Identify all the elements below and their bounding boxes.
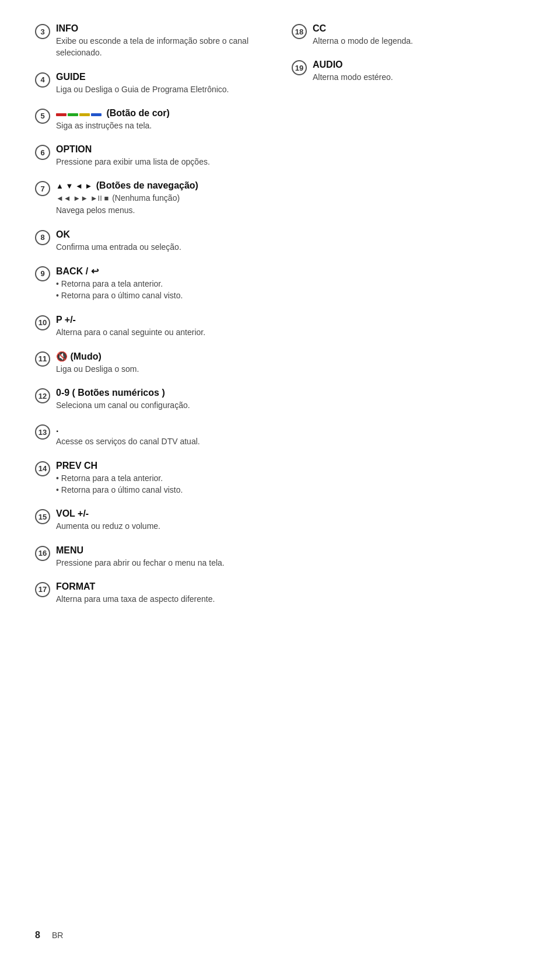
- item-title-12: 0-9 ( Botões numéricos ): [56, 388, 268, 398]
- item-number-19: 19: [292, 60, 307, 75]
- item-content-15: VOL +/- Aumenta ou reduz o volume.: [56, 508, 268, 532]
- item-desc-6: Pressione para exibir uma lista de opçõe…: [56, 156, 268, 168]
- item-title-8: OK: [56, 229, 268, 240]
- item-content-6: OPTION Pressione para exibir uma lista d…: [56, 144, 268, 168]
- item-12: 12 0-9 ( Botões numéricos ) Seleciona um…: [35, 388, 268, 411]
- item-desc-16: Pressione para abrir ou fechar o menu na…: [56, 557, 268, 569]
- item-title-11: 🔇 (Mudo): [56, 351, 268, 362]
- item-10: 10 P +/- Alterna para o canal seguinte o…: [35, 315, 268, 338]
- item-number-4: 4: [35, 72, 50, 88]
- item-19: 19 AUDIO Alterna modo estéreo.: [292, 60, 525, 83]
- item-desc-7: ◄◄ ►► ►II ■ (Nenhuma função)Navega pelos…: [56, 192, 268, 216]
- item-title-5-text: (Botão de cor): [106, 108, 169, 118]
- item-title-6: OPTION: [56, 144, 268, 155]
- item-content-9: BACK / ↩ Retorna para a tela anterior. R…: [56, 266, 268, 302]
- item-desc-4: Liga ou Desliga o Guia de Programa Eletr…: [56, 83, 268, 95]
- item-8: 8 OK Confirma uma entrada ou seleção.: [35, 229, 268, 253]
- item-content-8: OK Confirma uma entrada ou seleção.: [56, 229, 268, 253]
- item-13: 13 . Acesse os serviços do canal DTV atu…: [35, 424, 268, 447]
- item-title-13: .: [56, 424, 268, 434]
- item-desc-3: Exibe ou esconde a tela de informação so…: [56, 35, 268, 59]
- item-6: 6 OPTION Pressione para exibir uma lista…: [35, 144, 268, 168]
- item-14-list-item-2: Retorna para o último canal visto.: [56, 484, 268, 496]
- item-15: 15 VOL +/- Aumenta ou reduz o volume.: [35, 508, 268, 532]
- item-desc-12: Seleciona um canal ou configuração.: [56, 399, 268, 411]
- item-number-3: 3: [35, 24, 50, 39]
- item-desc-17: Alterna para uma taxa de aspecto diferen…: [56, 593, 268, 605]
- footer-language: BR: [52, 931, 63, 940]
- item-content-14: PREV CH Retorna para a tela anterior. Re…: [56, 461, 268, 496]
- item-14-list: Retorna para a tela anterior. Retorna pa…: [56, 472, 268, 496]
- item-desc-9: Retorna para a tela anterior. Retorna pa…: [56, 278, 268, 302]
- item-16: 16 MENU Pressione para abrir ou fechar o…: [35, 545, 268, 569]
- item-number-7: 7: [35, 181, 50, 196]
- right-column: 18 CC Alterna o modo de legenda. 19 AUDI…: [292, 23, 525, 618]
- bar-blue: [91, 113, 102, 116]
- color-bars-icon: [56, 113, 102, 116]
- item-title-7: ▲ ▼ ◄ ► (Botões de navegação): [56, 180, 268, 191]
- item-title-18: CC: [313, 23, 525, 34]
- item-3: 3 INFO Exibe ou esconde a tela de inform…: [35, 23, 268, 59]
- item-number-13: 13: [35, 424, 50, 440]
- item-content-3: INFO Exibe ou esconde a tela de informaç…: [56, 23, 268, 59]
- bar-green: [68, 113, 78, 116]
- item-content-19: AUDIO Alterna modo estéreo.: [313, 60, 525, 83]
- item-14: 14 PREV CH Retorna para a tela anterior.…: [35, 461, 268, 496]
- nav-arrows-icon: ▲ ▼ ◄ ►: [56, 182, 92, 190]
- item-number-16: 16: [35, 546, 50, 561]
- item-desc-8: Confirma uma entrada ou seleção.: [56, 241, 268, 253]
- item-title-17: FORMAT: [56, 581, 268, 592]
- item-content-12: 0-9 ( Botões numéricos ) Seleciona um ca…: [56, 388, 268, 411]
- item-title-4: GUIDE: [56, 72, 268, 82]
- item-number-18: 18: [292, 24, 307, 39]
- item-9-list-item-1: Retorna para a tela anterior.: [56, 278, 268, 290]
- item-number-8: 8: [35, 230, 50, 245]
- item-9-list-item-2: Retorna para o último canal visto.: [56, 290, 268, 301]
- item-desc-13: Acesse os serviços do canal DTV atual.: [56, 436, 268, 447]
- item-content-16: MENU Pressione para abrir ou fechar o me…: [56, 545, 268, 569]
- item-title-7-text: (Botões de navegação): [96, 180, 198, 190]
- item-number-5: 5: [35, 109, 50, 124]
- left-column: 3 INFO Exibe ou esconde a tela de inform…: [35, 23, 268, 618]
- item-title-9: BACK / ↩: [56, 266, 268, 277]
- item-number-14: 14: [35, 461, 50, 476]
- item-number-9: 9: [35, 266, 50, 281]
- bar-yellow: [79, 113, 90, 116]
- item-5: 5 (Botão de cor) Siga as instruções na t…: [35, 108, 268, 131]
- item-7: 7 ▲ ▼ ◄ ► (Botões de navegação) ◄◄ ►► ►I…: [35, 180, 268, 216]
- item-9-list: Retorna para a tela anterior. Retorna pa…: [56, 278, 268, 302]
- item-content-10: P +/- Alterna para o canal seguinte ou a…: [56, 315, 268, 338]
- item-number-6: 6: [35, 145, 50, 160]
- item-18: 18 CC Alterna o modo de legenda.: [292, 23, 525, 47]
- item-number-15: 15: [35, 509, 50, 524]
- page-footer: 8 BR: [35, 930, 63, 940]
- item-content-13: . Acesse os serviços do canal DTV atual.: [56, 424, 268, 447]
- item-number-11: 11: [35, 351, 50, 367]
- item-content-4: GUIDE Liga ou Desliga o Guia de Programa…: [56, 72, 268, 95]
- item-desc-15: Aumenta ou reduz o volume.: [56, 520, 268, 532]
- item-14-list-item-1: Retorna para a tela anterior.: [56, 472, 268, 484]
- item-title-14: PREV CH: [56, 461, 268, 471]
- item-content-17: FORMAT Alterna para uma taxa de aspecto …: [56, 581, 268, 605]
- item-content-11: 🔇 (Mudo) Liga ou Desliga o som.: [56, 351, 268, 375]
- item-desc-18: Alterna o modo de legenda.: [313, 35, 525, 47]
- bar-red: [56, 113, 66, 116]
- item-content-7: ▲ ▼ ◄ ► (Botões de navegação) ◄◄ ►► ►II …: [56, 180, 268, 216]
- item-title-15: VOL +/-: [56, 508, 268, 519]
- item-title-16: MENU: [56, 545, 268, 556]
- page-container: 3 INFO Exibe ou esconde a tela de inform…: [0, 0, 560, 653]
- item-desc-14: Retorna para a tela anterior. Retorna pa…: [56, 472, 268, 496]
- item-title-19: AUDIO: [313, 60, 525, 70]
- item-title-5: (Botão de cor): [56, 108, 268, 119]
- item-title-10: P +/-: [56, 315, 268, 325]
- item-number-10: 10: [35, 315, 50, 330]
- item-content-5: (Botão de cor) Siga as instruções na tel…: [56, 108, 268, 131]
- footer-page-number: 8: [35, 930, 40, 940]
- item-11: 11 🔇 (Mudo) Liga ou Desliga o som.: [35, 351, 268, 375]
- item-desc-10: Alterna para o canal seguinte ou anterio…: [56, 326, 268, 338]
- item-title-3: INFO: [56, 23, 268, 34]
- two-column-layout: 3 INFO Exibe ou esconde a tela de inform…: [35, 23, 525, 618]
- item-content-18: CC Alterna o modo de legenda.: [313, 23, 525, 47]
- item-desc-19: Alterna modo estéreo.: [313, 71, 525, 83]
- nav-media-icons: ◄◄ ►► ►II ■: [56, 193, 108, 204]
